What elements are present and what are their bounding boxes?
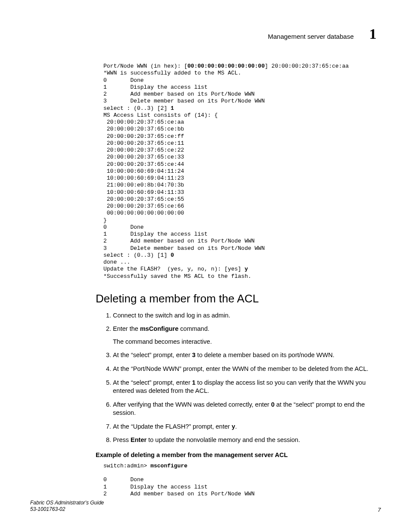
step-text: At the “Update the FLASH?” prompt, enter… bbox=[113, 423, 237, 430]
page: Management server database 1 Port/Node W… bbox=[0, 0, 411, 532]
step-text: At the “select” prompt, enter 1 to displ… bbox=[113, 379, 366, 395]
footer-book-title: Fabric OS Administrator's Guide bbox=[30, 500, 104, 507]
step-item: Press Enter to update the nonvolatile me… bbox=[113, 436, 377, 445]
footer-left: Fabric OS Administrator's Guide 53-10017… bbox=[30, 500, 104, 513]
page-number: 7 bbox=[378, 507, 381, 513]
footer-doc-number: 53-1001763-02 bbox=[30, 506, 104, 513]
steps-list: Connect to the switch and log in as admi… bbox=[103, 311, 377, 445]
step-text: Press Enter to update the nonvolatile me… bbox=[113, 436, 300, 443]
step-item: Enter the msConfigure command. The comma… bbox=[113, 325, 377, 346]
code-block-top: Port/Node WWN (in hex): [00:00:00:00:00:… bbox=[103, 63, 377, 280]
section-heading: Deleting a member from the ACL bbox=[96, 292, 377, 305]
step-item: At the “Update the FLASH?” prompt, enter… bbox=[113, 423, 377, 431]
running-title: Management server database bbox=[268, 33, 354, 40]
step-item: At the “select” prompt, enter 3 to delet… bbox=[113, 351, 377, 360]
running-head: Management server database 1 bbox=[30, 26, 381, 42]
step-text: Enter the msConfigure command. bbox=[113, 325, 209, 332]
chapter-number: 1 bbox=[369, 26, 377, 42]
step-item: At the “Port/Node WWN” prompt, enter the… bbox=[113, 365, 377, 373]
step-text: Connect to the switch and log in as admi… bbox=[113, 312, 230, 319]
step-item: At the “select” prompt, enter 1 to displ… bbox=[113, 379, 377, 395]
step-text: At the “select” prompt, enter 3 to delet… bbox=[113, 352, 334, 358]
code-block-bottom: switch:admin> msconfigure 0 Done 1 Displ… bbox=[103, 463, 377, 498]
step-text: After verifying that the WWN was deleted… bbox=[113, 401, 365, 417]
body-column: Port/Node WWN (in hex): [00:00:00:00:00:… bbox=[103, 63, 377, 498]
page-footer: Fabric OS Administrator's Guide 53-10017… bbox=[30, 500, 381, 513]
step-text: At the “Port/Node WWN” prompt, enter the… bbox=[113, 365, 368, 372]
example-title: Example of deleting a member from the ma… bbox=[96, 451, 377, 458]
step-item: After verifying that the WWN was deleted… bbox=[113, 401, 377, 417]
step-item: Connect to the switch and log in as admi… bbox=[113, 311, 377, 320]
step-subtext: The command becomes interactive. bbox=[113, 338, 377, 346]
